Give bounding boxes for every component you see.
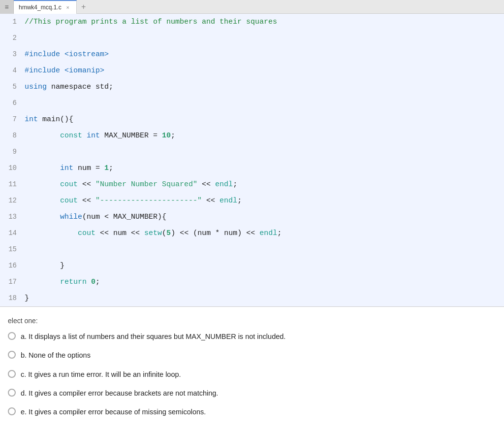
mcq-radio-b[interactable] bbox=[8, 351, 16, 359]
mcq-radio-d[interactable] bbox=[8, 389, 16, 397]
mcq-option-a[interactable]: a. It displays a list of numbers and the… bbox=[8, 332, 496, 341]
mcq-option-e[interactable]: e. It gives a compiler error because of … bbox=[8, 407, 496, 417]
token-normal: main(){ bbox=[38, 115, 73, 124]
line-number: 11 bbox=[0, 176, 25, 192]
token-normal: std; bbox=[95, 83, 113, 91]
token-number: 0 bbox=[91, 278, 95, 286]
line-number: 17 bbox=[0, 274, 25, 290]
token-normal bbox=[25, 278, 60, 286]
mcq-label-a: a. It displays a list of numbers and the… bbox=[21, 332, 285, 341]
token-comment: //This program prints a list of numbers … bbox=[25, 18, 277, 26]
line-content[interactable]: const int MAX_NUMBER = 10; bbox=[25, 128, 504, 144]
token-preprocessor: #include <iomanip> bbox=[25, 67, 104, 75]
token-normal: ; bbox=[109, 164, 113, 172]
token-cyan: cout bbox=[78, 229, 95, 237]
mcq-radio-e[interactable] bbox=[8, 407, 16, 415]
line-content[interactable]: return 0; bbox=[25, 274, 504, 290]
code-line: 2 bbox=[0, 30, 504, 46]
token-normal: ; bbox=[171, 132, 175, 140]
mcq-label-d: d. It gives a compiler error because bra… bbox=[21, 388, 218, 398]
line-content[interactable]: cout << num << setw(5) << (num * num) <<… bbox=[25, 226, 504, 241]
token-normal: << bbox=[197, 180, 215, 189]
line-content[interactable] bbox=[25, 31, 504, 46]
code-line: 5using namespace std; bbox=[0, 79, 504, 95]
mcq-label-b: b. None of the options bbox=[21, 350, 91, 360]
token-cyan: const bbox=[60, 132, 82, 140]
token-normal: ; bbox=[237, 197, 242, 205]
line-number: 12 bbox=[0, 193, 25, 208]
line-content[interactable]: int main(){ bbox=[25, 112, 504, 128]
token-normal bbox=[25, 164, 60, 172]
mcq-option-d[interactable]: d. It gives a compiler error because bra… bbox=[8, 388, 496, 398]
code-line: 15 bbox=[0, 241, 504, 258]
tab-close-button[interactable]: × bbox=[64, 4, 71, 11]
line-content[interactable] bbox=[25, 144, 504, 160]
token-cyan: endl bbox=[215, 180, 233, 189]
mcq-prompt: elect one: bbox=[8, 317, 496, 325]
code-line: 16 } bbox=[0, 258, 504, 274]
token-normal: << bbox=[78, 180, 95, 189]
line-content[interactable]: //This program prints a list of numbers … bbox=[25, 14, 504, 30]
tab-bar: ≡ hmwk4_mcq.1.c × + bbox=[0, 0, 504, 14]
line-content[interactable] bbox=[25, 242, 504, 258]
mcq-options-container: a. It displays a list of numbers and the… bbox=[8, 332, 496, 417]
code-line: 4#include <iomanip> bbox=[0, 63, 504, 79]
line-number: 14 bbox=[0, 225, 25, 241]
token-preprocessor: #include <iostream> bbox=[25, 50, 109, 59]
mcq-option-b[interactable]: b. None of the options bbox=[8, 350, 496, 360]
line-content[interactable]: #include <iostream> bbox=[25, 47, 504, 63]
code-line: 6 bbox=[0, 95, 504, 111]
token-type: int bbox=[87, 132, 100, 140]
code-line: 3#include <iostream> bbox=[0, 46, 504, 63]
tab-add-button[interactable]: + bbox=[77, 0, 91, 14]
token-number: 5 bbox=[166, 229, 171, 237]
mcq-radio-a[interactable] bbox=[8, 332, 16, 340]
code-line: 18} bbox=[0, 290, 504, 306]
line-content[interactable]: cout << "----------------------" << endl… bbox=[25, 193, 504, 209]
line-content[interactable]: #include <iomanip> bbox=[25, 63, 504, 79]
tab-file[interactable]: hmwk4_mcq.1.c × bbox=[14, 0, 77, 14]
token-normal: num = bbox=[73, 164, 104, 172]
token-normal: ; bbox=[233, 180, 237, 189]
token-normal: ) << (num * num) << bbox=[171, 229, 259, 237]
token-string: "----------------------" bbox=[95, 197, 202, 205]
token-cyan: endl bbox=[259, 229, 277, 237]
line-number: 9 bbox=[0, 144, 25, 160]
line-number: 18 bbox=[0, 290, 25, 306]
line-content[interactable]: int num = 1; bbox=[25, 161, 504, 176]
token-cyan: return bbox=[60, 278, 87, 286]
line-content[interactable]: } bbox=[25, 258, 504, 274]
token-cyan: endl bbox=[220, 197, 237, 205]
token-normal: << bbox=[78, 197, 95, 205]
line-number: 13 bbox=[0, 209, 25, 225]
token-normal bbox=[25, 132, 60, 140]
token-keyword: using bbox=[25, 83, 47, 91]
line-content[interactable]: cout << "Number Number Squared" << endl; bbox=[25, 177, 504, 193]
token-normal: MAX_NUMBER = bbox=[100, 132, 162, 140]
tab-menu-icon[interactable]: ≡ bbox=[0, 0, 14, 14]
token-keyword: while bbox=[60, 213, 82, 221]
mcq-option-c[interactable]: c. It gives a run time error. It will be… bbox=[8, 369, 496, 379]
code-line: 9 bbox=[0, 144, 504, 160]
line-number: 3 bbox=[0, 46, 25, 62]
token-normal bbox=[25, 213, 60, 221]
token-cyan: cout bbox=[60, 180, 78, 189]
token-normal: } bbox=[25, 262, 64, 270]
token-string: "Number Number Squared" bbox=[95, 180, 197, 189]
code-line: 10 int num = 1; bbox=[0, 160, 504, 176]
token-number: 1 bbox=[104, 164, 109, 172]
line-content[interactable]: while(num < MAX_NUMBER){ bbox=[25, 209, 504, 225]
line-content[interactable]: using namespace std; bbox=[25, 79, 504, 95]
code-line: 11 cout << "Number Number Squared" << en… bbox=[0, 176, 504, 193]
mcq-radio-c[interactable] bbox=[8, 370, 16, 378]
line-number: 2 bbox=[0, 30, 25, 46]
tab-label: hmwk4_mcq.1.c bbox=[19, 4, 62, 11]
line-content[interactable]: } bbox=[25, 291, 504, 306]
line-number: 1 bbox=[0, 14, 25, 30]
token-normal: } bbox=[25, 294, 29, 302]
token-number: 10 bbox=[162, 132, 171, 140]
line-number: 16 bbox=[0, 258, 25, 273]
line-content[interactable] bbox=[25, 96, 504, 111]
token-cyan: cout bbox=[60, 197, 78, 205]
code-line: 17 return 0; bbox=[0, 274, 504, 290]
